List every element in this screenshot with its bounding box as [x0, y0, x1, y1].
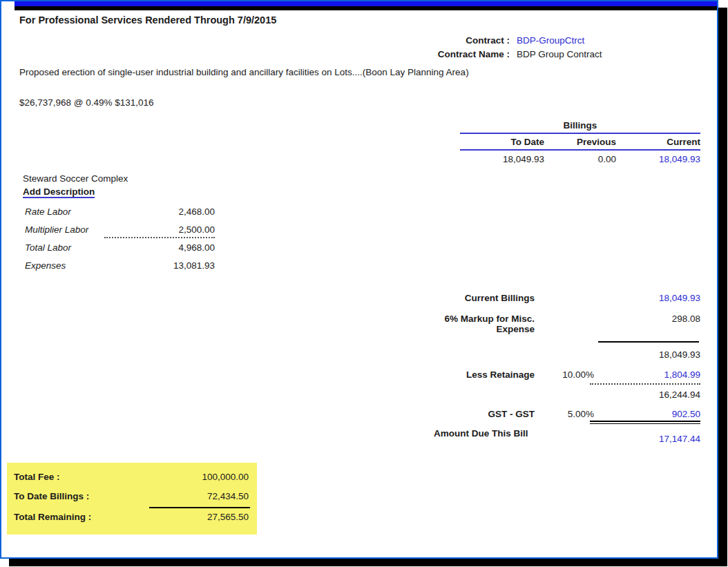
report-top-rule — [15, 1, 717, 10]
retainage-pct: 10.00% — [535, 369, 594, 380]
to-date-billings-value: 72,434.50 — [207, 490, 249, 503]
spacer — [553, 428, 594, 444]
billings-current-value[interactable]: 18,049.93 — [616, 153, 700, 166]
retainage-row: Less Retainage 10.00% 1,804.99 — [414, 369, 700, 380]
retainage-label: Less Retainage — [414, 369, 535, 380]
spacer — [414, 349, 535, 360]
contract-row: Contract : BDP-GroupCtrct — [372, 34, 703, 48]
gst-label: GST - GST — [414, 409, 535, 419]
current-billings-value[interactable]: 18,049.93 — [594, 293, 700, 303]
phase-row-label: Multiplier Labor — [23, 221, 88, 239]
phase-row-total-labor: Total Labor 4,968.00 — [23, 239, 215, 257]
phase-rows: Rate Labor 2,468.00 Multiplier Labor 2,5… — [23, 203, 215, 275]
total-fee-row: Total Fee : 100,000.00 — [7, 471, 257, 483]
markup-pct — [535, 314, 594, 334]
phase-row-value: 13,081.93 — [132, 257, 215, 275]
current-billings-label: Current Billings — [414, 293, 535, 303]
markup-value: 298.08 — [594, 314, 700, 334]
report-title: For Professional Services Rendered Throu… — [19, 15, 276, 26]
billing-summary-block: Current Billings 18,049.93 6% Markup for… — [414, 289, 700, 458]
fee-totals-highlight-box: Total Fee : 100,000.00 To Date Billings … — [7, 463, 257, 535]
contract-value-link[interactable]: BDP-GroupCtrct — [517, 34, 584, 48]
subtotal-after-retainage-value: 16,244.94 — [594, 390, 700, 400]
phase-row-expenses: Expenses 13,081.93 — [23, 257, 215, 275]
subtotal-after-markup-row: 18,049.93 — [414, 349, 700, 360]
project-description: Proposed erection of single-user industr… — [19, 67, 469, 77]
contract-name-row: Contract Name : BDP Group Contract — [372, 48, 703, 61]
current-billings-pct — [535, 293, 594, 303]
phase-detail-block: Steward Soccer Complex Add Description R… — [23, 173, 215, 275]
phase-row-label: Rate Labor — [23, 203, 71, 221]
amount-due-double-rule — [590, 421, 700, 424]
total-fee-value: 100,000.00 — [202, 471, 249, 483]
billings-col-to-date: To Date — [460, 134, 544, 149]
phase-row-value: 2,500.00 — [132, 221, 215, 239]
phase-row-label: Expenses — [23, 257, 66, 275]
contract-name-value: BDP Group Contract — [517, 48, 602, 61]
markup-label-line2: Expense — [496, 324, 535, 334]
billings-col-previous: Previous — [544, 134, 616, 149]
billings-table-value-row: 18,049.93 0.00 18,049.93 — [460, 151, 700, 166]
markup-row: 6% Markup for Misc. Expense 298.08 — [414, 314, 700, 334]
spacer — [535, 390, 594, 400]
top-rule-blue-bar — [15, 1, 717, 6]
totals-subtotal-rule — [149, 507, 250, 508]
subtotal-after-retainage-row: 16,244.94 — [414, 390, 700, 400]
retainage-dotted-rule — [590, 383, 700, 385]
spacer — [414, 390, 535, 400]
phase-row-label: Total Labor — [23, 239, 71, 257]
billings-table-header-row: To Date Previous Current — [460, 134, 700, 151]
phase-name: Steward Soccer Complex — [23, 173, 215, 185]
markup-label: 6% Markup for Misc. Expense — [414, 314, 535, 334]
markup-subtotal-rule — [598, 341, 699, 343]
billings-to-date-value: 18,049.93 — [460, 153, 544, 166]
total-remaining-label: Total Remaining : — [14, 511, 91, 523]
contract-name-label: Contract Name : — [372, 48, 510, 61]
total-remaining-row: Total Remaining : 27,565.50 — [7, 511, 257, 523]
phase-row-value: 4,968.00 — [132, 239, 215, 257]
to-date-billings-label: To Date Billings : — [14, 490, 89, 503]
gst-value[interactable]: 902.50 — [594, 409, 700, 419]
phase-row-value: 2,468.00 — [132, 203, 215, 221]
top-rule-black-bar — [15, 6, 717, 10]
billings-table: Billings To Date Previous Current 18,049… — [460, 119, 700, 166]
total-remaining-value: 27,565.50 — [207, 511, 249, 523]
total-fee-label: Total Fee : — [14, 471, 60, 483]
amount-due-value[interactable]: 17,147.44 — [594, 428, 700, 444]
billings-col-current: Current — [616, 134, 700, 149]
phase-row-rate-labor: Rate Labor 2,468.00 — [23, 203, 215, 221]
contract-label: Contract : — [372, 34, 510, 48]
to-date-billings-row: To Date Billings : 72,434.50 — [7, 490, 257, 503]
retainage-value[interactable]: 1,804.99 — [594, 369, 700, 380]
invoice-preview-window: For Professional Services Rendered Throu… — [0, 0, 718, 559]
gst-pct: 5.00% — [535, 409, 594, 419]
billings-previous-value: 0.00 — [544, 153, 616, 166]
subtotal-after-markup-value: 18,049.93 — [594, 349, 700, 360]
markup-label-line1: 6% Markup for Misc. — [444, 314, 535, 324]
contract-block: Contract : BDP-GroupCtrct Contract Name … — [372, 34, 703, 61]
gst-row: GST - GST 5.00% 902.50 — [414, 409, 700, 419]
amount-due-row: Amount Due This Bill 17,147.44 — [414, 428, 700, 444]
amount-due-label: Amount Due This Bill — [414, 428, 553, 444]
fee-basis-line: $26,737,968 @ 0.49% $131,016 — [19, 97, 154, 108]
current-billings-row: Current Billings 18,049.93 — [414, 293, 700, 303]
billings-table-title: Billings — [460, 119, 700, 134]
spacer — [535, 349, 594, 360]
add-description-link[interactable]: Add Description — [23, 186, 95, 198]
